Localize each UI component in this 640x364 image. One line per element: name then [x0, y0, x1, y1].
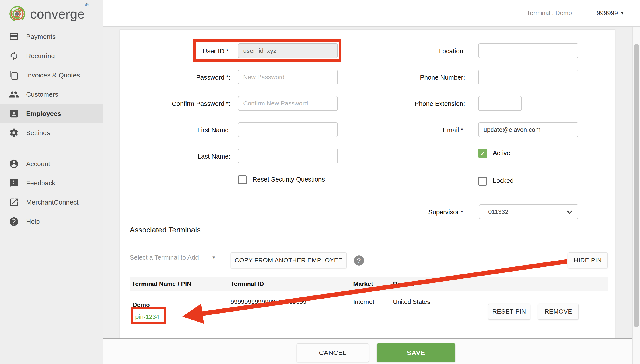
- sidebar-item-payments[interactable]: Payments: [0, 27, 103, 46]
- cancel-button[interactable]: CANCEL: [297, 344, 369, 362]
- external-link-icon: [9, 197, 19, 208]
- sidebar-item-help[interactable]: Help: [0, 212, 103, 231]
- employee-form-card: User ID *: Password *: Confirm Password …: [120, 30, 615, 338]
- sidebar-item-settings[interactable]: Settings: [0, 123, 103, 142]
- phone-extension-field[interactable]: [478, 96, 522, 111]
- sidebar-item-label: Help: [26, 218, 40, 225]
- vertical-scrollbar-track[interactable]: [632, 26, 640, 364]
- locked-label: Locked: [493, 177, 514, 184]
- brand-name: converge®: [30, 6, 88, 22]
- col-terminal-id: Terminal ID: [231, 277, 264, 290]
- hide-pin-button[interactable]: HIDE PIN: [568, 252, 608, 268]
- col-region: Region: [393, 277, 414, 290]
- user-id-field[interactable]: [238, 43, 338, 58]
- supervisor-select[interactable]: 011332: [479, 204, 578, 219]
- phone-number-field[interactable]: [478, 70, 578, 84]
- first-name-label: First Name:: [124, 126, 230, 134]
- gear-icon: [9, 128, 19, 138]
- credit-card-icon: [9, 32, 19, 42]
- sidebar-item-label: Feedback: [26, 179, 55, 187]
- location-label: Location:: [363, 47, 465, 55]
- reset-security-checkbox[interactable]: ✓: [238, 175, 247, 184]
- reset-security-label: Reset Security Questions: [253, 176, 325, 183]
- phone-extension-label: Phone Extension:: [363, 100, 465, 108]
- sidebar-item-label: Invoices & Quotes: [26, 72, 80, 79]
- vertical-scrollbar-thumb[interactable]: [634, 44, 639, 327]
- supervisor-selected-value: 011332: [488, 208, 508, 216]
- associated-terminals-heading: Associated Terminals: [130, 226, 201, 234]
- checkmark-icon: ✓: [480, 150, 485, 158]
- sidebar-item-feedback[interactable]: Feedback: [0, 174, 103, 192]
- password-label: Password *:: [124, 73, 230, 82]
- terminals-table-header: Terminal Name / PIN Terminal ID Market R…: [130, 277, 608, 290]
- sidebar-item-employees[interactable]: Employees: [0, 104, 103, 123]
- user-id-label: User ID *:: [124, 47, 230, 55]
- employees-badge-icon: [9, 108, 19, 119]
- save-button[interactable]: SAVE: [377, 344, 455, 362]
- sidebar-item-label: Payments: [26, 33, 56, 40]
- recurring-icon: [9, 51, 19, 61]
- help-circle-icon: [9, 216, 19, 227]
- account-person-icon: [9, 159, 19, 169]
- sidebar-divider: [0, 148, 103, 148]
- terminal-to-add-select[interactable]: Select a Terminal to Add ▼: [130, 251, 218, 264]
- terminal-id-value: 9999999999999999999999: [231, 298, 307, 306]
- sidebar-item-account[interactable]: Account: [0, 154, 103, 174]
- account-number: 999999: [597, 10, 618, 17]
- phone-number-label: Phone Number:: [363, 73, 465, 82]
- email-label: Email *:: [363, 126, 465, 134]
- sidebar: converge® Payments Recurring Invoices & …: [0, 0, 103, 364]
- chevron-down-icon: [567, 208, 572, 214]
- locked-checkbox[interactable]: ✓: [478, 177, 487, 186]
- copy-from-employee-button[interactable]: COPY FROM ANOTHER EMPLOYEE: [231, 252, 347, 268]
- terminal-pin: pin-1234: [135, 313, 159, 321]
- sidebar-item-label: Account: [26, 160, 50, 168]
- confirm-password-label: Confirm Password *:: [124, 100, 230, 108]
- feedback-bubble-icon: [9, 178, 19, 188]
- password-field[interactable]: [238, 70, 338, 84]
- sidebar-item-recurring[interactable]: Recurring: [0, 46, 103, 66]
- account-menu[interactable]: 999999 ▾: [580, 0, 640, 26]
- sidebar-item-label: Customers: [26, 91, 58, 98]
- terminal-indicator: Terminal : Demo: [519, 0, 580, 26]
- help-icon[interactable]: ?: [354, 256, 364, 266]
- sidebar-item-label: MerchantConnect: [26, 198, 79, 206]
- supervisor-label: Supervisor *:: [363, 208, 465, 216]
- sidebar-item-merchantconnect[interactable]: MerchantConnect: [0, 192, 103, 212]
- terminal-to-add-placeholder: Select a Terminal to Add: [130, 254, 199, 261]
- last-name-label: Last Name:: [124, 152, 230, 160]
- active-label: Active: [493, 150, 510, 157]
- converge-employee-edit-screen: converge® Payments Recurring Invoices & …: [0, 0, 640, 364]
- converge-logo[interactable]: converge®: [0, 0, 103, 27]
- sidebar-item-label: Settings: [26, 129, 50, 137]
- registered-mark: ®: [85, 2, 89, 7]
- invoices-copy-icon: [9, 70, 19, 80]
- first-name-field[interactable]: [238, 122, 338, 137]
- terminal-region: United States: [393, 298, 430, 306]
- sidebar-item-invoices-quotes[interactable]: Invoices & Quotes: [0, 66, 103, 85]
- email-field[interactable]: [478, 122, 578, 137]
- terminal-indicator-label: Terminal : Demo: [527, 10, 572, 16]
- sidebar-item-customers[interactable]: Customers: [0, 85, 103, 104]
- sidebar-item-label: Employees: [26, 110, 61, 118]
- last-name-field[interactable]: [238, 148, 338, 164]
- col-terminal-name-pin: Terminal Name / PIN: [132, 277, 191, 290]
- top-header: Terminal : Demo 999999 ▾: [103, 0, 640, 26]
- converge-logo-icon: [9, 5, 26, 23]
- terminal-market: Internet: [353, 298, 374, 306]
- remove-terminal-button[interactable]: REMOVE: [538, 304, 579, 320]
- col-market: Market: [353, 277, 373, 290]
- caret-down-icon: ▾: [621, 10, 623, 16]
- location-field[interactable]: [478, 43, 578, 58]
- terminal-name: Demo: [133, 301, 150, 309]
- active-checkbox[interactable]: ✓: [478, 149, 487, 158]
- customers-people-icon: [9, 89, 19, 100]
- confirm-password-field[interactable]: [238, 96, 338, 111]
- sidebar-item-label: Recurring: [26, 52, 55, 60]
- caret-down-icon: ▼: [212, 255, 216, 260]
- reset-pin-button[interactable]: RESET PIN: [488, 304, 530, 320]
- form-action-footer: CANCEL SAVE: [103, 338, 640, 364]
